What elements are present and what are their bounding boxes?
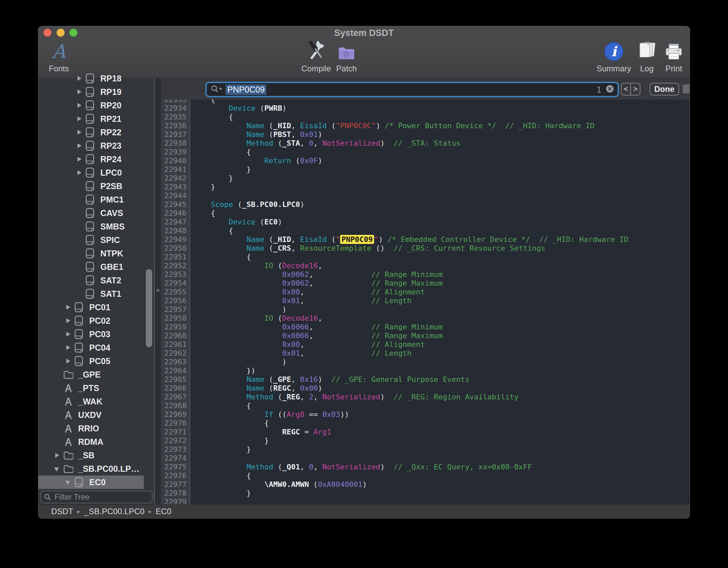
- code-line[interactable]: 22948 {: [161, 226, 690, 235]
- tree-item-pc04[interactable]: PC04: [38, 341, 144, 354]
- code-line[interactable]: 22970 {: [161, 419, 690, 428]
- code-line[interactable]: 22957 ): [161, 305, 690, 314]
- code-line[interactable]: 22956 0x01, // Length: [161, 296, 690, 305]
- code-line[interactable]: 22934 Device (PWRB): [161, 104, 690, 113]
- breadcrumb-item[interactable]: EC0: [156, 507, 171, 516]
- tree-item-pc01[interactable]: PC01: [38, 300, 144, 314]
- tree-item-pc05[interactable]: PC05: [38, 354, 144, 368]
- tree-item-rp23[interactable]: RP23: [38, 139, 144, 152]
- tree-item-cavs[interactable]: CAVS: [38, 206, 144, 220]
- code-line[interactable]: 22945 Scope (_SB.PC00.LPC0): [161, 200, 690, 209]
- find-next-button[interactable]: >: [631, 83, 640, 95]
- tree-item-rdma[interactable]: RDMA: [38, 435, 144, 449]
- filter-tree-input[interactable]: [40, 491, 153, 503]
- code-line[interactable]: 22946 {: [161, 209, 690, 218]
- code-line[interactable]: 22971 REGC = Arg1: [161, 428, 690, 436]
- tree-item-rp19[interactable]: RP19: [38, 85, 144, 99]
- code-line[interactable]: 22953 0x0062, // Range Minimum: [161, 270, 690, 279]
- code-line[interactable]: 22979: [161, 498, 690, 504]
- disclosure-collapsed-icon[interactable]: [64, 300, 74, 314]
- replace-checkbox[interactable]: [683, 84, 690, 94]
- disclosure-collapsed-icon[interactable]: [75, 72, 86, 85]
- code-line[interactable]: 22976 {: [161, 471, 690, 480]
- code-line[interactable]: 22938 Method (_STA, 0, NotSerialized) //…: [161, 139, 690, 148]
- disclosure-collapsed-icon[interactable]: [75, 99, 86, 112]
- code-line[interactable]: 22949 Name (_HID, EisaId ("PNP0C09") /* …: [161, 235, 690, 244]
- fonts-button[interactable]: A Fonts: [38, 40, 81, 77]
- disclosure-expanded-icon[interactable]: [53, 462, 63, 475]
- tree-item-rrio[interactable]: RRIO: [38, 422, 144, 435]
- code-line[interactable]: 22939 {: [161, 148, 690, 156]
- patch-button[interactable]: Patch: [325, 40, 368, 77]
- tree-item-_wak[interactable]: _WAK: [38, 395, 144, 408]
- code-line[interactable]: 22963 ): [161, 358, 690, 366]
- code-line[interactable]: 22960 0x0066, // Range Maximum: [161, 331, 690, 340]
- code-line[interactable]: 22936 Name (_HID, EisaId ("PNP0C0C") /* …: [161, 121, 690, 130]
- pane-splitter[interactable]: [155, 78, 161, 504]
- code-line[interactable]: 22967 Method (_REG, 2, NotSerialized) //…: [161, 393, 690, 401]
- print-button[interactable]: Print: [652, 40, 690, 77]
- code-line[interactable]: 22951 {: [161, 253, 690, 261]
- tree-item-uxdv[interactable]: UXDV: [38, 408, 144, 422]
- disclosure-collapsed-icon[interactable]: [75, 126, 86, 139]
- code-line[interactable]: 22954 0x0062, // Range Maximum: [161, 279, 690, 288]
- disclosure-collapsed-icon[interactable]: [75, 152, 86, 166]
- code-line[interactable]: 22947 Device (EC0): [161, 218, 690, 226]
- sidebar-scrollbar[interactable]: [146, 269, 152, 347]
- breadcrumb-item[interactable]: DSDT: [51, 507, 73, 516]
- code-line[interactable]: 22966 Name (REGC, 0x00): [161, 384, 690, 393]
- tree-item-rp18[interactable]: RP18: [38, 72, 144, 85]
- tree-item-spic[interactable]: SPIC: [38, 233, 144, 247]
- disclosure-collapsed-icon[interactable]: [75, 112, 86, 126]
- code-line[interactable]: 22944: [161, 191, 690, 200]
- code-line[interactable]: 22942 }: [161, 174, 690, 183]
- breadcrumb-item[interactable]: _SB.PC00.LPC0: [84, 507, 144, 516]
- tree-item-p2sb[interactable]: P2SB: [38, 179, 144, 193]
- tree-item-pmc1[interactable]: PMC1: [38, 193, 144, 206]
- clear-search-icon[interactable]: [605, 84, 614, 95]
- tree-item-lpc0[interactable]: LPC0: [38, 166, 144, 179]
- code-line[interactable]: 22968 {: [161, 401, 690, 410]
- code-line[interactable]: 22978 }: [161, 489, 690, 498]
- code-line[interactable]: 22969 If ((Arg0 == 0x03)): [161, 410, 690, 419]
- disclosure-collapsed-icon[interactable]: [64, 314, 74, 327]
- tree-item-sat1[interactable]: SAT1: [38, 287, 144, 300]
- code-line[interactable]: 22977 \AMW0.AMWN (0xA0040001): [161, 480, 690, 489]
- tree-item-rp24[interactable]: RP24: [38, 152, 144, 166]
- code-line[interactable]: 22950 Name (_CRS, ResourceTemplate () //…: [161, 244, 690, 253]
- tree-item-rp21[interactable]: RP21: [38, 112, 144, 126]
- tree-item-rp22[interactable]: RP22: [38, 126, 144, 139]
- disclosure-collapsed-icon[interactable]: [64, 341, 74, 354]
- code-line[interactable]: 22943 }: [161, 183, 690, 191]
- code-line[interactable]: 22973 }: [161, 445, 690, 454]
- tree-item-rp20[interactable]: RP20: [38, 99, 144, 112]
- code-line[interactable]: 22955 0x00, // Alignment: [161, 288, 690, 296]
- disclosure-collapsed-icon[interactable]: [75, 139, 86, 152]
- code-line[interactable]: 22975 Method (_Q01, 0, NotSerialized) //…: [161, 463, 690, 471]
- code-line[interactable]: 22962 0x01, // Length: [161, 349, 690, 358]
- code-line[interactable]: 22933 {: [161, 100, 690, 104]
- tree-item-_sb[interactable]: _SB: [38, 449, 144, 462]
- tree-item-pc03[interactable]: PC03: [38, 327, 144, 341]
- tree-item-_pts[interactable]: _PTS: [38, 381, 144, 395]
- code-line[interactable]: 22935 {: [161, 113, 690, 121]
- code-line[interactable]: 22952 IO (Decode16,: [161, 261, 690, 270]
- find-previous-button[interactable]: <: [622, 83, 631, 95]
- tree-item-gbe1[interactable]: GBE1: [38, 260, 144, 274]
- disclosure-collapsed-icon[interactable]: [75, 166, 86, 179]
- code-line[interactable]: 22940 Return (0x0F): [161, 156, 690, 165]
- disclosure-collapsed-icon[interactable]: [64, 327, 74, 341]
- tree-item-smbs[interactable]: SMBS: [38, 220, 144, 233]
- code-line[interactable]: 22941 }: [161, 165, 690, 174]
- search-input[interactable]: PNP0C09 1: [205, 82, 619, 97]
- code-line[interactable]: 22965 Name (_GPE, 0x16) // _GPE: General…: [161, 375, 690, 384]
- disclosure-collapsed-icon[interactable]: [75, 85, 86, 99]
- code-line[interactable]: 22958 IO (Decode16,: [161, 314, 690, 323]
- disclosure-expanded-icon[interactable]: [64, 475, 74, 489]
- code-line[interactable]: 22959 0x0066, // Range Minimum: [161, 323, 690, 331]
- code-editor[interactable]: 22933 {22934 Device (PWRB)22935 {22936 N…: [161, 100, 690, 504]
- tree-item-_gpe[interactable]: _GPE: [38, 368, 144, 381]
- tree-item-sat2[interactable]: SAT2: [38, 274, 144, 287]
- code-line[interactable]: 22937 Name (PBST, 0x01): [161, 130, 690, 139]
- disclosure-collapsed-icon[interactable]: [64, 354, 74, 368]
